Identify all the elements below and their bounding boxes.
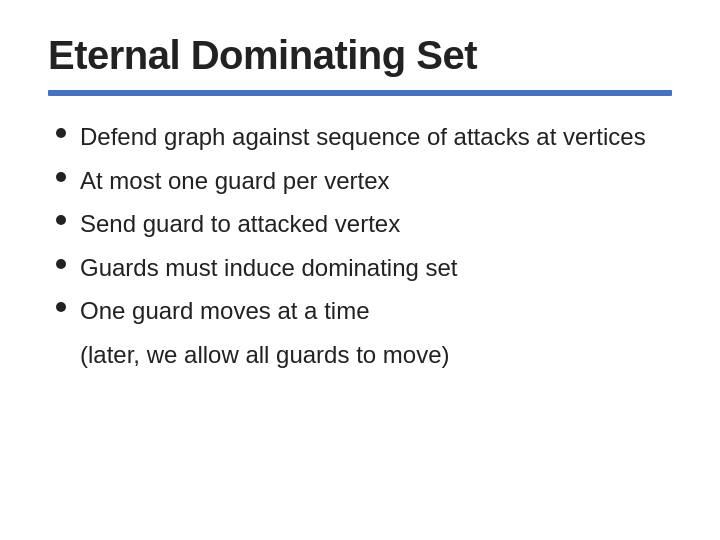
- bullet-dot-icon: [56, 128, 66, 138]
- title-divider: [48, 90, 672, 96]
- title-area: Eternal Dominating Set: [48, 32, 672, 78]
- bullet-text: Send guard to attacked vertex: [80, 207, 400, 241]
- list-item: Send guard to attacked vertex: [56, 207, 672, 241]
- bullet-text: At most one guard per vertex: [80, 164, 390, 198]
- bullet-dot-icon: [56, 172, 66, 182]
- bullet-text: One guard moves at a time: [80, 294, 369, 328]
- bullet-dot-icon: [56, 259, 66, 269]
- content-area: Defend graph against sequence of attacks…: [48, 120, 672, 508]
- bullet-text: Defend graph against sequence of attacks…: [80, 120, 646, 154]
- list-item: One guard moves at a time: [56, 294, 672, 328]
- slide: Eternal Dominating Set Defend graph agai…: [0, 0, 720, 540]
- bullet-text: Guards must induce dominating set: [80, 251, 458, 285]
- bullet-dot-icon: [56, 302, 66, 312]
- list-item-continuation: (later, we allow all guards to move): [56, 338, 672, 372]
- list-item: At most one guard per vertex: [56, 164, 672, 198]
- bullet-dot-icon: [56, 215, 66, 225]
- bullet-text-continuation: (later, we allow all guards to move): [80, 338, 450, 372]
- list-item: Defend graph against sequence of attacks…: [56, 120, 672, 154]
- list-item: Guards must induce dominating set: [56, 251, 672, 285]
- slide-title: Eternal Dominating Set: [48, 32, 672, 78]
